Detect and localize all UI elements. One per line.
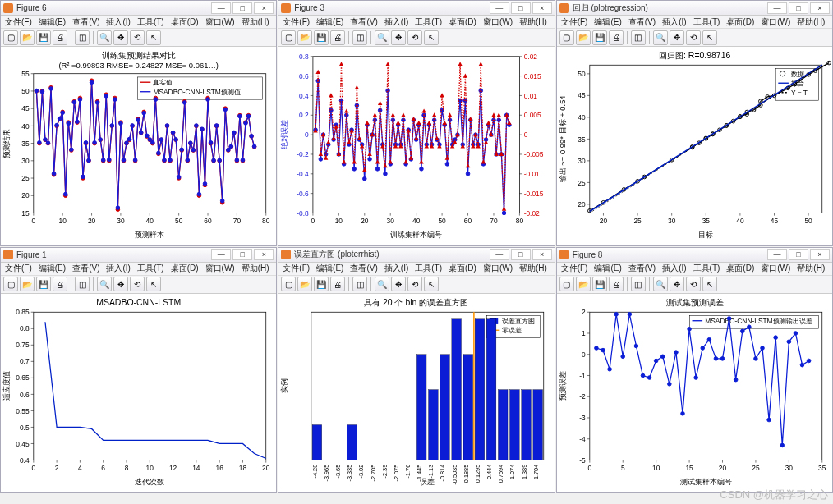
plot-area[interactable]: 回归图: R=0.9871620253035404550202530354045… xyxy=(557,47,832,245)
menu-item[interactable]: 文件(F) xyxy=(283,263,310,274)
plot-area[interactable]: 01020304050607080-0.8-0.6-0.4-0.200.20.4… xyxy=(278,47,554,245)
save-icon[interactable]: 💾 xyxy=(592,30,607,45)
data-icon[interactable]: ◫ xyxy=(75,277,90,291)
print-icon[interactable]: 🖨 xyxy=(330,30,345,45)
menu-item[interactable]: 插入(I) xyxy=(106,16,130,28)
print-icon[interactable]: 🖨 xyxy=(330,277,345,291)
menu-item[interactable]: 桌面(D) xyxy=(449,16,476,28)
menu-item[interactable]: 桌面(D) xyxy=(171,16,199,28)
menu-item[interactable]: 帮助(H) xyxy=(797,263,825,274)
menu-item[interactable]: 插入(I) xyxy=(384,263,408,274)
save-icon[interactable]: 💾 xyxy=(314,30,329,45)
pan-icon[interactable]: ✥ xyxy=(113,277,128,291)
close-button[interactable]: × xyxy=(810,2,830,14)
new-icon[interactable]: ▢ xyxy=(559,277,574,291)
open-icon[interactable]: 📂 xyxy=(576,277,591,291)
menu-item[interactable]: 桌面(D) xyxy=(449,263,476,274)
min-button[interactable]: — xyxy=(490,249,509,260)
menu-item[interactable]: 桌面(D) xyxy=(171,263,199,274)
plot-area[interactable]: 具有 20 个 bin 的误差直方图误差实例误差直方图零误差-4.28-3.96… xyxy=(278,294,554,493)
open-icon[interactable]: 📂 xyxy=(20,30,35,45)
data-icon[interactable]: ◫ xyxy=(631,277,646,291)
menu-item[interactable]: 工具(T) xyxy=(415,16,442,28)
zoom-icon[interactable]: 🔍 xyxy=(653,277,668,291)
menu-item[interactable]: 编辑(E) xyxy=(316,16,343,28)
menu-item[interactable]: 文件(F) xyxy=(5,263,32,274)
titlebar[interactable]: Figure 1—□× xyxy=(1,248,276,263)
menu-item[interactable]: 插入(I) xyxy=(106,263,130,274)
close-button[interactable]: × xyxy=(254,2,274,14)
pan-icon[interactable]: ✥ xyxy=(113,30,128,45)
titlebar[interactable]: 误差直方图 (ploterrhist)—□× xyxy=(278,248,554,263)
menu-item[interactable]: 文件(F) xyxy=(561,16,588,28)
menu-item[interactable]: 窗口(W) xyxy=(205,263,235,274)
cursor-icon[interactable]: ↖ xyxy=(424,277,439,291)
menu-item[interactable]: 桌面(D) xyxy=(726,263,754,274)
open-icon[interactable]: 📂 xyxy=(297,30,312,45)
pan-icon[interactable]: ✥ xyxy=(670,30,684,45)
close-button[interactable]: × xyxy=(810,249,830,260)
new-icon[interactable]: ▢ xyxy=(559,30,574,45)
menu-item[interactable]: 帮助(H) xyxy=(242,16,269,28)
min-button[interactable]: — xyxy=(211,249,231,260)
menu-item[interactable]: 编辑(E) xyxy=(39,16,66,28)
menu-item[interactable]: 文件(F) xyxy=(5,16,32,28)
menu-item[interactable]: 帮助(H) xyxy=(797,16,825,28)
cursor-icon[interactable]: ↖ xyxy=(146,30,161,45)
print-icon[interactable]: 🖨 xyxy=(53,30,67,45)
menu-item[interactable]: 帮助(H) xyxy=(242,263,269,274)
menu-item[interactable]: 工具(T) xyxy=(137,263,164,274)
min-button[interactable]: — xyxy=(490,2,509,14)
cursor-icon[interactable]: ↖ xyxy=(702,277,717,291)
rotate-icon[interactable]: ⟲ xyxy=(407,277,422,291)
menu-item[interactable]: 文件(F) xyxy=(283,16,310,28)
menu-item[interactable]: 窗口(W) xyxy=(205,16,235,28)
menu-item[interactable]: 查看(V) xyxy=(350,263,377,274)
print-icon[interactable]: 🖨 xyxy=(53,277,67,291)
min-button[interactable]: — xyxy=(211,2,231,14)
zoom-icon[interactable]: 🔍 xyxy=(97,30,112,45)
save-icon[interactable]: 💾 xyxy=(36,277,51,291)
menu-item[interactable]: 窗口(W) xyxy=(483,263,513,274)
max-button[interactable]: □ xyxy=(511,249,531,260)
menu-item[interactable]: 插入(I) xyxy=(662,263,686,274)
open-icon[interactable]: 📂 xyxy=(576,30,591,45)
zoom-icon[interactable]: 🔍 xyxy=(375,30,389,45)
open-icon[interactable]: 📂 xyxy=(20,277,35,291)
max-button[interactable]: □ xyxy=(511,2,531,14)
titlebar[interactable]: Figure 8—□× xyxy=(557,248,832,263)
new-icon[interactable]: ▢ xyxy=(3,277,18,291)
menu-item[interactable]: 查看(V) xyxy=(350,16,377,28)
menu-item[interactable]: 桌面(D) xyxy=(726,16,754,28)
titlebar[interactable]: Figure 6—□× xyxy=(1,1,276,16)
titlebar[interactable]: 回归 (plotregression)—□× xyxy=(557,1,832,16)
rotate-icon[interactable]: ⟲ xyxy=(407,30,422,45)
close-button[interactable]: × xyxy=(532,249,552,260)
pan-icon[interactable]: ✥ xyxy=(670,277,684,291)
zoom-icon[interactable]: 🔍 xyxy=(653,30,668,45)
menu-item[interactable]: 编辑(E) xyxy=(594,263,621,274)
open-icon[interactable]: 📂 xyxy=(297,277,312,291)
menu-item[interactable]: 工具(T) xyxy=(415,263,442,274)
print-icon[interactable]: 🖨 xyxy=(609,277,624,291)
rotate-icon[interactable]: ⟲ xyxy=(686,30,701,45)
menu-item[interactable]: 工具(T) xyxy=(693,263,720,274)
data-icon[interactable]: ◫ xyxy=(631,30,646,45)
menu-item[interactable]: 编辑(E) xyxy=(594,16,621,28)
zoom-icon[interactable]: 🔍 xyxy=(97,277,112,291)
cursor-icon[interactable]: ↖ xyxy=(702,30,717,45)
menu-item[interactable]: 插入(I) xyxy=(662,16,686,28)
menu-item[interactable]: 查看(V) xyxy=(628,263,656,274)
rotate-icon[interactable]: ⟲ xyxy=(130,30,145,45)
menu-item[interactable]: 窗口(W) xyxy=(761,16,790,28)
menu-item[interactable]: 编辑(E) xyxy=(39,263,66,274)
menu-item[interactable]: 文件(F) xyxy=(561,263,588,274)
menu-item[interactable]: 编辑(E) xyxy=(316,263,343,274)
plot-area[interactable]: 测试集预测误差05101520253035-5-4-3-2-1012测试集样本编… xyxy=(557,294,832,493)
data-icon[interactable]: ◫ xyxy=(75,30,90,45)
new-icon[interactable]: ▢ xyxy=(281,277,296,291)
save-icon[interactable]: 💾 xyxy=(592,277,607,291)
titlebar[interactable]: Figure 3—□× xyxy=(278,1,554,16)
new-icon[interactable]: ▢ xyxy=(3,30,18,45)
menu-item[interactable]: 查看(V) xyxy=(72,263,99,274)
